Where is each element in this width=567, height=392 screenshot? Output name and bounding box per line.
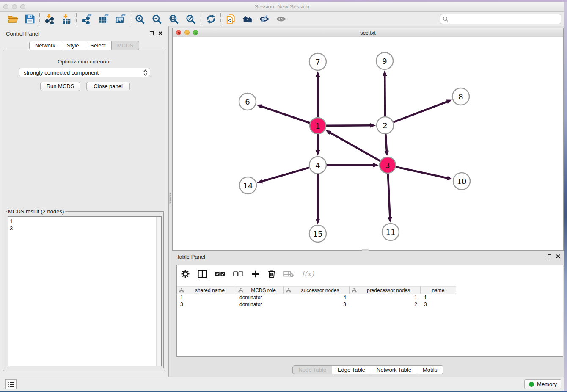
graph-edge-2-3[interactable]: [385, 134, 387, 152]
toolbar-separator: [76, 13, 77, 25]
search-box: [440, 14, 561, 24]
table-row-2[interactable]: 3dominator323: [177, 301, 562, 308]
export-table-icon[interactable]: [95, 13, 112, 25]
tab-mcds[interactable]: MCDS: [112, 41, 139, 50]
deselect-all-icon[interactable]: [233, 271, 243, 277]
graph-edge-arrow-2-3: [385, 151, 389, 156]
graph-node-label-9: 9: [382, 57, 387, 66]
open-session-icon[interactable]: [4, 13, 21, 25]
column-header-predecessor-nodes[interactable]: predecessor nodes: [350, 286, 421, 294]
graph-node-15[interactable]: 15: [309, 225, 326, 242]
tab-network[interactable]: Network: [29, 41, 61, 50]
column-header-label: successor nodes: [291, 287, 349, 293]
graph-node-6[interactable]: 6: [239, 93, 256, 110]
zoom-in-icon[interactable]: [132, 13, 149, 25]
column-type-icon: [238, 288, 243, 293]
refresh-icon[interactable]: [202, 13, 219, 25]
close-panel-icon[interactable]: [158, 31, 162, 36]
graph-edge-2-8[interactable]: [394, 102, 448, 122]
save-session-icon[interactable]: [21, 13, 38, 25]
memory-button[interactable]: Memory: [524, 379, 561, 389]
delete-table-icon: [284, 270, 294, 278]
graph-edge-arrow-4-3: [373, 163, 379, 167]
import-table-icon[interactable]: [58, 13, 75, 25]
window-title: Session: New Session: [0, 2, 564, 12]
graph-edge-arrow-1-4: [316, 150, 320, 156]
graph-node-14[interactable]: 14: [239, 177, 256, 194]
column-type-icon: [286, 288, 291, 293]
cell-shared-name: 3: [177, 301, 236, 308]
graph-node-2[interactable]: 2: [377, 117, 394, 134]
screen: Session: New Session: [0, 0, 567, 392]
network-window-title: scc.txt: [173, 28, 563, 37]
graph-edge-3-11[interactable]: [388, 174, 390, 218]
delete-row-trash-icon[interactable]: [268, 270, 275, 278]
cell-successor-nodes: 3: [284, 301, 350, 308]
graph-edge-4-14[interactable]: [261, 168, 309, 182]
horizontal-divider-grip[interactable]: [362, 249, 369, 251]
network-window-titlebar[interactable]: scc.txt: [173, 28, 563, 37]
hide-selected-eye-icon[interactable]: [256, 13, 273, 25]
close-panel-button[interactable]: Close panel: [86, 82, 130, 91]
search-icon: [443, 16, 449, 22]
table-header-row: shared nameMCDS rolesuccessor nodesprede…: [177, 286, 456, 294]
select-all-icon[interactable]: [215, 271, 225, 277]
export-network-icon[interactable]: [78, 13, 95, 25]
graph-node-8[interactable]: 8: [452, 88, 469, 105]
table-panel: Table Panel: [172, 252, 564, 375]
task-history-button[interactable]: [5, 379, 17, 389]
float-table-panel-icon[interactable]: [548, 254, 551, 258]
control-panel-tabs: NetworkStyleSelectMCDS: [0, 41, 168, 50]
column-header-name[interactable]: name: [421, 286, 456, 294]
search-input[interactable]: [450, 16, 559, 22]
table-tab-edge-table[interactable]: Edge Table: [332, 365, 371, 374]
column-header-mcds-role[interactable]: MCDS role: [236, 286, 284, 294]
table-row-1[interactable]: 1dominator411: [177, 294, 562, 301]
graph-node-1[interactable]: 1: [310, 118, 326, 134]
criterion-dropdown[interactable]: strongly connected component: [19, 68, 150, 77]
column-header-shared-name[interactable]: shared name: [177, 286, 236, 294]
tab-style[interactable]: Style: [61, 41, 85, 50]
graph-node-label-3: 3: [385, 161, 390, 170]
mcds-result-title: MCDS result (2 nodes): [7, 208, 65, 215]
divider-grip[interactable]: [169, 193, 171, 204]
graph-edge-1-6[interactable]: [261, 106, 310, 123]
network-file-icon[interactable]: [222, 13, 239, 25]
tab-select[interactable]: Select: [85, 41, 112, 50]
export-image-icon[interactable]: [112, 13, 129, 25]
graph-edge-3-1[interactable]: [330, 133, 380, 161]
graph-edge-1-2[interactable]: [326, 125, 371, 126]
graph-node-10[interactable]: 10: [453, 173, 470, 190]
column-header-successor-nodes[interactable]: successor nodes: [284, 286, 350, 294]
graph-node-4[interactable]: 4: [309, 157, 326, 174]
network-canvas[interactable]: 7968124314101511: [173, 37, 563, 250]
show-all-eye-icon[interactable]: [273, 13, 290, 25]
graph-edge-2-9[interactable]: [385, 75, 385, 116]
run-mcds-button[interactable]: Run MCDS: [40, 82, 80, 91]
control-panel: Control Panel NetworkStyleSelectMCDS Opt…: [0, 26, 168, 377]
show-columns-icon[interactable]: [198, 270, 207, 278]
float-panel-icon[interactable]: [150, 31, 154, 35]
zoom-out-icon[interactable]: [149, 13, 165, 25]
graph-node-7[interactable]: 7: [309, 53, 326, 70]
add-row-icon[interactable]: [251, 270, 260, 278]
graph-edge-arrow-3-10: [447, 176, 453, 180]
column-header-label: shared name: [184, 287, 236, 293]
table-tab-motifs[interactable]: Motifs: [417, 365, 443, 374]
result-scrollbar[interactable]: [156, 217, 161, 366]
graph-node-11[interactable]: 11: [382, 224, 399, 240]
table-options-gear-icon[interactable]: [181, 270, 190, 278]
close-table-panel-icon[interactable]: [556, 254, 560, 259]
zoom-fit-icon[interactable]: [165, 13, 182, 25]
table-tab-node-table[interactable]: Node Table: [292, 365, 332, 374]
graph-node-label-15: 15: [313, 229, 323, 238]
mcds-result-area[interactable]: 1 3: [8, 216, 162, 366]
graph-node-3[interactable]: 3: [380, 157, 396, 173]
zoom-selected-icon[interactable]: [182, 13, 199, 25]
graph-node-9[interactable]: 9: [376, 52, 393, 69]
import-network-icon[interactable]: [41, 13, 58, 25]
graph-edge-3-10[interactable]: [396, 167, 448, 178]
network-view-window: scc.txt 7968124314101511: [172, 28, 564, 251]
table-tab-network-table[interactable]: Network Table: [371, 365, 417, 374]
home-icon[interactable]: [239, 13, 256, 25]
